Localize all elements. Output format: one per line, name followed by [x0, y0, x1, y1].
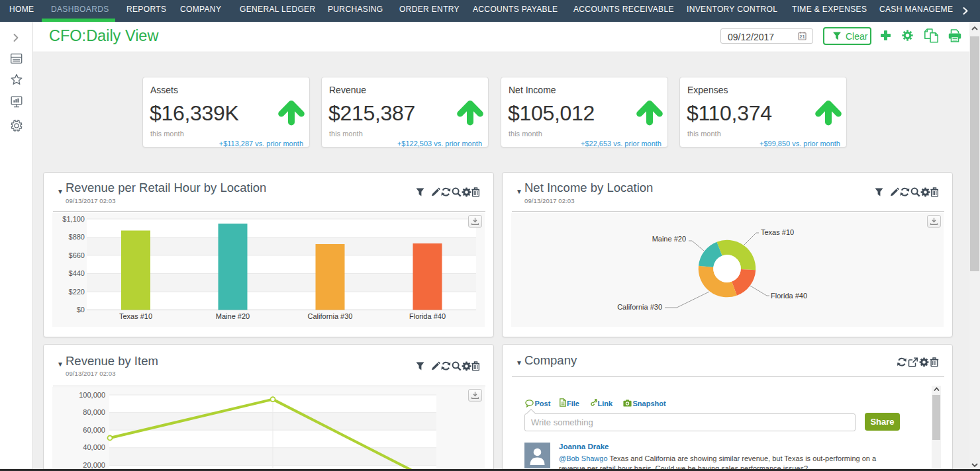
svg-text:$220: $220 [69, 288, 85, 296]
svg-text:60,000: 60,000 [83, 426, 105, 434]
svg-text:Maine #20: Maine #20 [652, 235, 686, 243]
svg-text:21: 21 [799, 34, 805, 40]
svg-text:Maine #20: Maine #20 [216, 312, 250, 320]
svg-text:$660: $660 [69, 251, 85, 259]
svg-text:California #30: California #30 [308, 312, 353, 320]
svg-text:$0: $0 [77, 306, 85, 314]
svg-text:Texas #10: Texas #10 [119, 312, 152, 320]
svg-text:40,000: 40,000 [83, 443, 105, 451]
svg-text:California #30: California #30 [617, 303, 662, 311]
svg-text:Texas #10: Texas #10 [761, 228, 794, 236]
svg-text:$1,100: $1,100 [62, 215, 85, 223]
svg-text:Florida #40: Florida #40 [771, 292, 807, 300]
svg-text:$880: $880 [69, 233, 85, 241]
svg-text:100,000: 100,000 [79, 391, 105, 399]
svg-text:20,000: 20,000 [83, 461, 105, 469]
svg-text:Florida #40: Florida #40 [409, 312, 446, 320]
svg-text:80,000: 80,000 [83, 408, 105, 416]
svg-text:$440: $440 [69, 269, 85, 277]
